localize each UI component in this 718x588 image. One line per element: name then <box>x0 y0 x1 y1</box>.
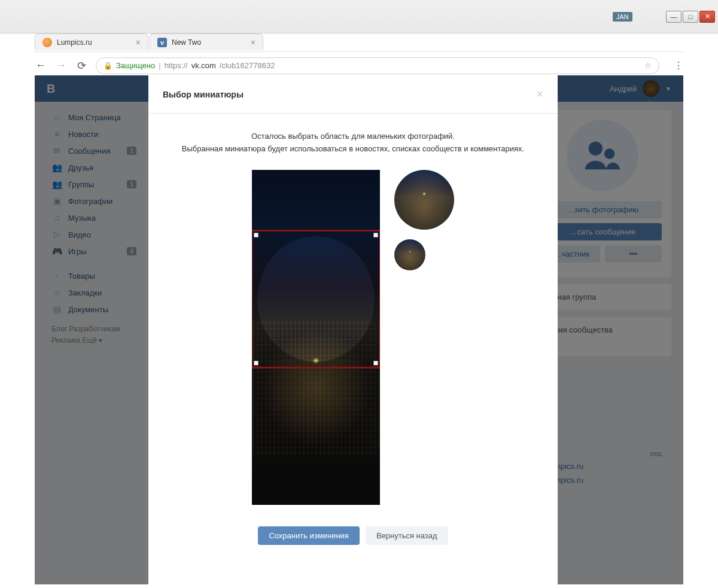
resize-handle-br[interactable] <box>373 361 378 365</box>
address-bar[interactable]: 🔒 Защищено | https:// vk.com /club162778… <box>96 57 659 74</box>
forward-button[interactable]: → <box>55 59 67 72</box>
modal-description: Осталось выбрать область для маленьких ф… <box>172 130 534 156</box>
modal-header: Выбор миниатюры × <box>148 75 558 114</box>
tab-newtwo[interactable]: v New Two × <box>150 33 263 50</box>
desc-line-1: Осталось выбрать область для маленьких ф… <box>172 130 534 143</box>
minimize-button[interactable]: — <box>666 11 682 23</box>
close-icon[interactable]: × <box>251 38 255 47</box>
reload-button[interactable]: ⟳ <box>75 59 87 72</box>
resize-handle-tr[interactable] <box>373 233 378 237</box>
browser-menu-icon[interactable]: ⋮ <box>674 60 683 71</box>
tab-title: New Two <box>172 38 201 47</box>
thumbnail-modal: Выбор миниатюры × Осталось выбрать облас… <box>148 75 558 584</box>
back-button[interactable]: ← <box>35 59 47 72</box>
maximize-button[interactable]: □ <box>683 11 698 23</box>
tab-title: Lumpics.ru <box>57 38 92 47</box>
preview-large <box>394 170 454 230</box>
modal-footer: Сохранить изменения Вернуться назад <box>148 517 558 555</box>
tab-lumpics[interactable]: Lumpics.ru × <box>35 33 148 50</box>
url-path: /club162778632 <box>220 61 275 70</box>
crop-area <box>172 170 534 505</box>
close-icon[interactable]: × <box>136 38 141 47</box>
crop-image[interactable] <box>252 170 380 505</box>
bookmark-star-icon[interactable]: ☆ <box>644 61 652 70</box>
browser-tabs: Lumpics.ru × v New Two × <box>35 33 263 50</box>
lock-icon: 🔒 <box>104 62 112 70</box>
favicon-icon: v <box>157 38 167 47</box>
crop-circle <box>257 236 375 362</box>
separator: | <box>159 61 160 70</box>
modal-body: Осталось выбрать область для маленьких ф… <box>148 114 558 517</box>
url-prefix: https:// <box>165 61 188 70</box>
secure-label: Защищено <box>116 61 155 70</box>
preview-small <box>394 239 425 270</box>
back-button[interactable]: Вернуться назад <box>366 526 448 545</box>
browser-nav-row: ← → ⟳ 🔒 Защищено | https:// vk.com /club… <box>35 51 683 75</box>
favicon-icon <box>42 38 52 47</box>
desc-line-2: Выбранная миниатюра будет использоваться… <box>172 143 534 156</box>
url-host: vk.com <box>191 61 216 70</box>
window-titlebar: JAN — □ ✕ <box>0 0 718 33</box>
close-button[interactable]: ✕ <box>699 11 715 23</box>
vk-page: B Андрей ▼ ⌂Моя Страница ≡Новости ✉Сообщ… <box>35 75 683 584</box>
window-badge: JAN <box>613 12 632 22</box>
modal-title: Выбор миниатюры <box>163 90 244 99</box>
resize-handle-bl[interactable] <box>254 361 258 365</box>
crop-selection[interactable] <box>252 230 380 368</box>
close-icon[interactable]: × <box>536 87 543 101</box>
resize-handle-tl[interactable] <box>254 233 258 237</box>
preview-column <box>394 170 454 270</box>
save-button[interactable]: Сохранить изменения <box>258 526 360 545</box>
